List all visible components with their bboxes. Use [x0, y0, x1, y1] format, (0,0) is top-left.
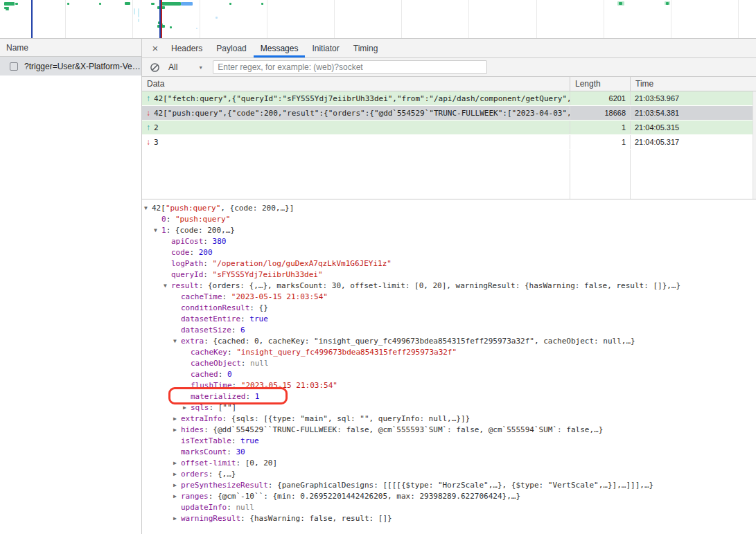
json-key: datasetEntire [181, 314, 240, 325]
json-number-value: 200 [199, 247, 213, 258]
overview-request-mark [67, 3, 69, 5]
tree-line[interactable]: ▶preSynthesizeResult: {paneGraphicalDesi… [142, 480, 756, 491]
column-header-time[interactable]: Time [631, 77, 753, 91]
json-key: result [171, 281, 199, 292]
overview-request-mark [170, 26, 172, 28]
tree-line[interactable]: ▶extraInfo: {sqls: [{type: "main", sql: … [142, 413, 756, 425]
tab-payload[interactable]: Payload [209, 39, 253, 57]
message-data-text: 42["push:query",{"code":200,"result":{"o… [154, 109, 570, 118]
overview-request-mark [4, 2, 15, 6]
tree-line: conditionResult: {} [142, 303, 756, 314]
tree-line[interactable]: ▼1: {code: 200,…} [142, 225, 756, 236]
json-preview-text: : {,…} [209, 469, 236, 480]
frames-table-empty-area [142, 150, 756, 199]
json-key: hides [181, 425, 204, 436]
tree-line: cacheKey: "insight_query_fc499673bdea854… [142, 347, 756, 358]
length-cell: 18668 [570, 106, 631, 120]
data-cell: ↑2 [142, 121, 570, 134]
json-preview-text: : [222, 292, 231, 303]
message-row[interactable]: ↓3121:04:05.317 [142, 135, 756, 150]
json-string-value: "/operation/log/guDexA7qzLkVm1G6JEYi1z" [213, 258, 392, 269]
block-filter-icon[interactable] [150, 62, 160, 73]
json-preview-text: : [0, 20] [236, 458, 277, 469]
message-data-text: 42["fetch:query",{"queryId":"sFY5S5Ydj7e… [154, 94, 570, 103]
overview-request-mark [619, 2, 622, 5]
devtools-network-panel: Name ?trigger=User&X-Platform-Ve… × Head… [0, 0, 756, 534]
tree-line: logPath: "/operation/log/guDexA7qzLkVm1G… [142, 258, 756, 269]
message-data-text: 2 [154, 123, 159, 132]
sent-arrow-icon: ↑ [146, 123, 150, 132]
overview-request-mark [138, 8, 139, 17]
disclosure-triangle-open-icon[interactable]: ▼ [173, 336, 181, 347]
json-number-value: 6 [240, 325, 245, 336]
json-preview-text: : [""] [209, 402, 237, 413]
overview-request-mark [6, 9, 9, 10]
disclosure-triangle-closed-icon[interactable]: ▶ [183, 402, 191, 413]
tree-line[interactable]: ▼extra: {cached: 0, cacheKey: "insight_q… [142, 336, 756, 347]
json-key: extra [181, 336, 204, 347]
disclosure-triangle-open-icon[interactable]: ▼ [144, 203, 152, 214]
json-preview-text: : [227, 347, 236, 358]
json-key: orders [181, 469, 209, 480]
disclosure-triangle-closed-icon[interactable]: ▶ [173, 413, 181, 425]
disclosure-triangle-open-icon[interactable]: ▼ [154, 225, 161, 236]
network-overview-strip[interactable] [0, 0, 756, 39]
message-row[interactable]: ↑42["fetch:query",{"queryId":"sFY5S5Ydj7… [142, 91, 756, 106]
scrollbar-track[interactable] [753, 91, 756, 199]
tree-line[interactable]: ▶warningResult: {hasWarning: false, resu… [142, 513, 756, 524]
overview-request-mark [138, 19, 139, 22]
overview-request-mark [125, 2, 130, 5]
disclosure-triangle-closed-icon[interactable]: ▶ [173, 491, 181, 502]
time-cell: 21:04:05.317 [631, 135, 753, 149]
tab-headers[interactable]: Headers [164, 39, 209, 57]
overview-gridline [604, 0, 604, 38]
data-cell: ↓3 [142, 135, 570, 149]
json-key: cached [191, 369, 218, 380]
tree-line[interactable]: ▼42["push:query", {code: 200,…}] [142, 203, 756, 214]
load-event-line [161, 0, 162, 38]
overview-gridline [132, 0, 133, 38]
message-row[interactable]: ↓42["push:query",{"code":200,"result":{"… [142, 106, 756, 121]
requests-sidebar: Name ?trigger=User&X-Platform-Ve… [0, 39, 142, 534]
overview-gridline [468, 0, 469, 38]
json-number-value: 380 [213, 236, 227, 247]
message-row[interactable]: ↑2121:04:05.315 [142, 121, 756, 135]
disclosure-triangle-closed-icon[interactable]: ▶ [173, 513, 181, 524]
tree-line: marksCount: 30 [142, 447, 756, 458]
column-header-length[interactable]: Length [570, 77, 631, 91]
tree-line[interactable]: ▶offset-limit: [0, 20] [142, 458, 756, 469]
tree-line[interactable]: ▶sqls: [""] [142, 402, 756, 413]
request-row-selected[interactable]: ?trigger=User&X-Platform-Ve… [0, 57, 141, 75]
message-type-value: All [168, 62, 177, 72]
json-preview-text: : {cached: 0, cacheKey: "insight_query_f… [204, 336, 635, 347]
close-icon[interactable]: × [146, 39, 164, 57]
json-key: updateInfo [181, 502, 227, 513]
message-type-dropdown[interactable]: All ▼ [168, 62, 203, 72]
disclosure-triangle-closed-icon[interactable]: ▶ [173, 425, 181, 436]
tree-line[interactable]: ▶hides: {@dd`554529``TRUNC-FULLWEEK: fal… [142, 425, 756, 436]
disclosure-triangle-closed-icon[interactable]: ▶ [173, 458, 181, 469]
tree-line[interactable]: ▶orders: {,…} [142, 469, 756, 480]
name-column-label: Name [6, 43, 28, 53]
tree-line[interactable]: ▶ranges: {@cm`-10``: {min: 0.26952201442… [142, 491, 756, 502]
disclosure-triangle-closed-icon[interactable]: ▶ [173, 469, 181, 480]
regex-filter-input[interactable] [213, 60, 487, 74]
json-preview-text: : [241, 358, 250, 369]
overview-request-mark [216, 17, 218, 19]
json-preview-text: : [203, 236, 212, 247]
tab-messages[interactable]: Messages [254, 39, 306, 57]
json-key: apiCost [171, 236, 203, 247]
tree-line: updateInfo: null [142, 502, 756, 513]
column-header-data[interactable]: Data [142, 77, 570, 91]
tab-initiator[interactable]: Initiator [305, 39, 346, 57]
tree-line: code: 200 [142, 247, 756, 258]
disclosure-triangle-open-icon[interactable]: ▼ [164, 281, 171, 292]
json-preview-text: : [218, 369, 227, 380]
tree-line: apiCost: 380 [142, 236, 756, 247]
name-column-header[interactable]: Name [0, 39, 141, 57]
disclosure-triangle-closed-icon[interactable]: ▶ [173, 480, 181, 491]
overview-request-mark [15, 3, 18, 5]
tree-line[interactable]: ▼result: {orders: {,…}, marksCount: 30, … [142, 281, 756, 292]
tab-timing[interactable]: Timing [346, 39, 385, 57]
json-preview-text: : [240, 314, 249, 325]
